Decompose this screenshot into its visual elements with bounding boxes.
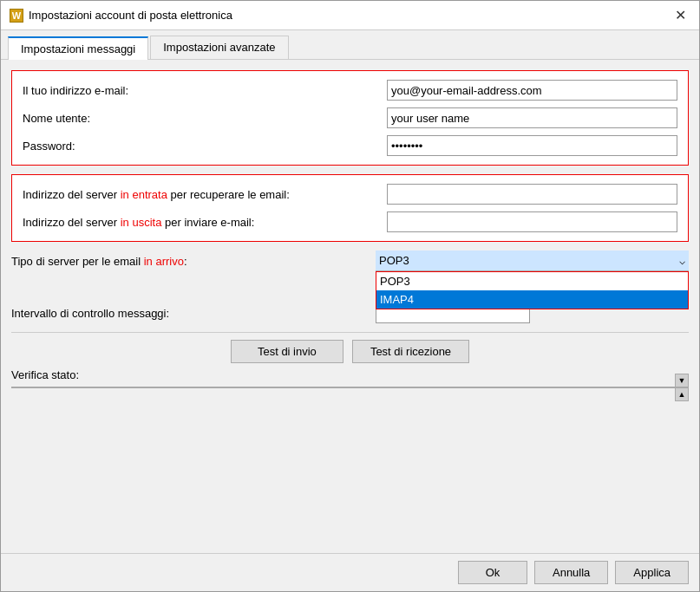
server-type-dropdown-wrapper: POP3 ⌵ POP3 IMAP4 [376, 250, 689, 271]
server-address-section: Indirizzo del server in entrata per recu… [11, 174, 689, 242]
dropdown-item-pop3[interactable]: POP3 [376, 272, 688, 290]
title-bar: W Impostazioni account di posta elettron… [1, 1, 699, 30]
verify-status-row: Verifica stato: [11, 368, 689, 381]
tab-messages[interactable]: Impostazioni messaggi [8, 36, 148, 60]
tabs-bar: Impostazioni messaggi Impostazioni avanz… [1, 30, 699, 60]
scrollbar-up-button[interactable]: ▲ [675, 387, 689, 401]
outgoing-server-label: Indirizzo del server in uscita per invia… [23, 216, 387, 229]
username-row: Nome utente: [23, 107, 677, 128]
dialog: W Impostazioni account di posta elettron… [0, 0, 700, 592]
server-type-row: Tipo di server per le email in arrivo: P… [11, 250, 689, 271]
email-row: Il tuo indirizzo e-mail: [23, 80, 677, 101]
apply-button[interactable]: Applica [615, 561, 689, 584]
dropdown-options-list: POP3 IMAP4 [376, 272, 688, 309]
outgoing-server-row: Indirizzo del server in uscita per invia… [23, 211, 677, 232]
verify-buttons-row: Test di invio Test di ricezione [11, 340, 689, 363]
close-button[interactable]: ✕ [670, 5, 690, 26]
dropdown-item-imap4[interactable]: IMAP4 [376, 290, 688, 309]
password-label: Password: [23, 140, 387, 153]
bottom-buttons: Ok Annulla Applica [1, 553, 699, 591]
server-type-dropdown-list: POP3 IMAP4 [376, 271, 689, 309]
username-label: Nome utente: [23, 112, 387, 125]
incoming-server-row: Indirizzo del server in entrata per recu… [23, 184, 677, 205]
outgoing-server-input[interactable] [387, 211, 677, 232]
scrollbar-down-button[interactable]: ▼ [675, 374, 689, 387]
dropdown-selected-value: POP3 [379, 254, 409, 267]
password-row: Password: [23, 135, 677, 156]
app-icon: W [10, 9, 23, 23]
dropdown-chevron-icon: ⌵ [679, 255, 685, 267]
server-type-dropdown-header[interactable]: POP3 ⌵ [376, 250, 689, 271]
interval-label: Intervallo di controllo messaggi: [11, 307, 376, 320]
title-bar-left: W Impostazioni account di posta elettron… [10, 9, 232, 23]
verify-status-label: Verifica stato: [11, 368, 79, 381]
email-label: Il tuo indirizzo e-mail: [23, 84, 387, 97]
send-test-button[interactable]: Test di invio [231, 340, 343, 363]
content-area: Il tuo indirizzo e-mail: Nome utente: Pa… [1, 60, 699, 553]
email-input[interactable] [387, 80, 677, 101]
server-type-section: Tipo di server per le email in arrivo: P… [11, 250, 689, 323]
incoming-server-input[interactable] [387, 184, 677, 205]
ok-button[interactable]: Ok [458, 561, 527, 584]
verify-section: Test di invio Test di ricezione Verifica… [11, 332, 689, 388]
window-title: Impostazioni account di posta elettronic… [29, 9, 232, 22]
receive-test-button[interactable]: Test di ricezione [352, 340, 469, 363]
tab-advanced[interactable]: Impostazioni avanzate [150, 36, 288, 59]
verify-status-box: ▲ ▼ [11, 387, 689, 388]
password-input[interactable] [387, 135, 677, 156]
username-input[interactable] [387, 107, 677, 128]
server-type-label: Tipo di server per le email in arrivo: [11, 255, 376, 268]
cancel-button[interactable]: Annulla [534, 561, 608, 584]
account-info-section: Il tuo indirizzo e-mail: Nome utente: Pa… [11, 70, 689, 166]
incoming-server-label: Indirizzo del server in entrata per recu… [23, 188, 387, 201]
